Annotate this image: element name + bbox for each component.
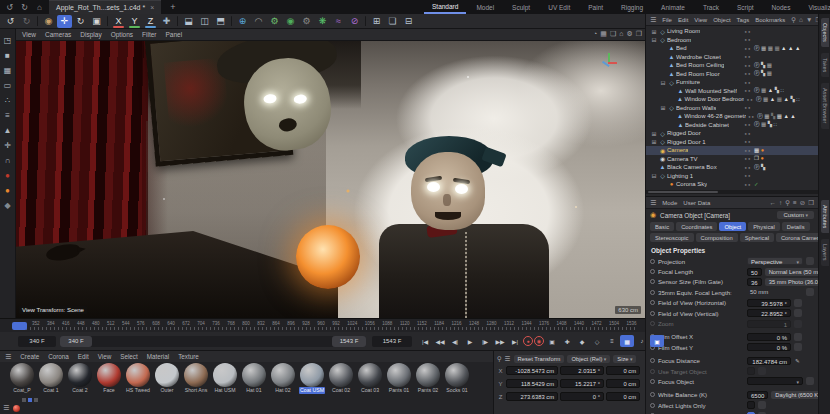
attribute-tab[interactable]: Object [719,222,746,231]
object-tree-row[interactable]: ⊟ ◇ Lighting 1 ●● [646,172,818,181]
object-tree-row[interactable]: ▲ Bed Room Floor ●● Ⓟ▚▦ [646,70,818,79]
tag-icon[interactable]: ▚ [790,97,794,103]
visibility-dots[interactable]: ●● [744,97,756,102]
object-tree-row[interactable]: ◉ Camera TV ●● ❐● [646,155,818,164]
material-menu[interactable]: Edit [78,353,89,360]
visibility-dots[interactable]: ●● [742,131,754,136]
visibility-dots[interactable]: ●● [742,46,754,51]
position-field[interactable]: 118.5429 cm [506,379,558,388]
keyframe-dot[interactable] [650,290,655,295]
interactive-region-icon[interactable]: ◠ [251,15,266,28]
new-tab-button[interactable]: + [165,2,180,12]
add-keyframe-button[interactable]: ✚ [560,335,574,347]
attribute-tab[interactable]: Stereoscopic [650,233,694,242]
object-manager-scrollbar[interactable] [646,190,818,194]
tag-icon[interactable]: ▚ [768,122,772,128]
tag-icon[interactable]: ∷ [780,88,784,94]
visibility-dots[interactable]: ●● [742,182,754,187]
material-item[interactable]: HS Tweed [124,362,152,396]
visibility-dots[interactable]: ●● [742,54,754,59]
attribute-tab[interactable]: Details [782,222,810,231]
object-tree-row[interactable]: ▲ Wall Mounted Shelf ●● Ⓟ▦▲▚∷ [646,87,818,96]
visibility-dots[interactable]: ●● [742,165,754,170]
object-tree-row[interactable]: ▲ Bed Room Ceiling ●● Ⓟ▚▦ [646,61,818,70]
attribute-value-field[interactable]: 22.8952 ° [747,309,791,317]
layout-tab[interactable]: Script [729,2,762,13]
tag-icon[interactable]: ∷ [773,122,777,128]
viewport-menu[interactable]: Panel [166,31,183,38]
object-tree-row[interactable]: ▲ Black Camera Box ●● Ⓟ▚ [646,163,818,172]
attribute-value-field[interactable]: Perspective [747,257,803,265]
tag-icon[interactable]: ▚ [761,63,765,69]
visibility-dots[interactable]: ●● [742,63,754,68]
object-tree-row[interactable]: ⊞ ◇ Bedroom Walls ●● [646,104,818,113]
tag-icon[interactable]: ❐ [754,156,759,162]
object-tree-row[interactable]: ▲ Window 46-28 geometry ●● Ⓟ▦▚▦▲▲ [646,112,818,121]
pager-dot[interactable] [34,398,38,402]
z-axis-lock-icon[interactable]: Z [143,15,158,28]
material-item[interactable]: Socks 01 [443,362,471,396]
tag-icon[interactable]: ▲ [795,46,800,52]
settings-gear-icon[interactable]: ⚙ [626,30,632,38]
grid-icon[interactable]: ▦ [600,30,607,38]
attribute-value-field[interactable]: 1 [747,320,791,328]
object-manager-menu[interactable]: Edit [678,17,688,23]
visibility-dots[interactable]: ●● [742,105,754,110]
material-item[interactable]: Coat_P [8,362,36,396]
viewport-menu[interactable]: View [22,31,36,38]
side-tab[interactable]: Attributes [821,200,829,233]
visibility-dots[interactable]: ●● [742,122,754,127]
attribute-value-field[interactable] [747,401,755,409]
solo-dot-icon[interactable]: ● [5,187,10,195]
attribute-tab[interactable]: Spherical [740,233,774,242]
camera-view-icon[interactable]: ◔ [593,30,597,38]
undo-icon[interactable]: ↺ [3,15,18,28]
viewport-menu[interactable]: Options [111,31,133,38]
tag-icon[interactable]: ▦ [767,63,772,69]
edges-mode-icon[interactable]: ≡ [5,112,10,120]
next-frame-button[interactable]: |▶ [478,335,492,347]
layout-tab[interactable]: Model [468,2,502,13]
close-tab-icon[interactable]: × [150,4,154,11]
tag-icon[interactable]: ▦ [777,97,782,103]
tag-icon[interactable]: ▚ [771,114,775,120]
layout-tab[interactable]: Animate [653,2,693,13]
record-button[interactable]: ● [523,336,533,346]
current-frame-marker[interactable] [12,322,27,330]
extrude-icon[interactable]: ❏ [385,15,400,28]
layout-tab[interactable]: Visualize [800,2,830,13]
object-tree-row[interactable]: ● Corona Sky ●● ✓ [646,180,818,189]
coordinate-mode-dropdown[interactable]: Object (Rel) [567,355,610,363]
viewport-menu[interactable]: Filter [142,31,156,38]
tag-icon[interactable]: ▦ [768,46,773,52]
polygons-mode-icon[interactable]: ▲ [4,127,12,135]
split-panel-icon[interactable]: ❐ [636,30,642,38]
keyframe-dot[interactable] [650,321,655,326]
side-tab[interactable]: Asset Browser [821,83,829,128]
visibility-dots[interactable]: ●● [742,173,754,178]
green-gear-icon[interactable]: ⚙ [267,15,282,28]
filter-icon[interactable]: ≡ [793,199,797,207]
attribute-extra-field[interactable]: Daylight (6500 K) [771,391,824,399]
solo-toggle-button[interactable]: ▣ [650,335,664,347]
prev-frame-button[interactable]: ◀| [448,335,462,347]
play-button[interactable]: ▶ [463,335,477,347]
live-selection-tool-icon[interactable]: ◉ [41,15,56,28]
misc-tool-icon[interactable]: ◆ [4,202,10,210]
material-menu[interactable]: View [98,353,112,360]
attribute-value-field[interactable]: 0 % [747,333,791,341]
size-field[interactable]: 0 cm [606,392,640,401]
attribute-extra-field[interactable] [794,333,802,341]
keyframe-dot[interactable] [650,392,655,397]
search-icon[interactable]: ⚲ [785,199,790,207]
attribute-extra-field[interactable] [806,288,814,296]
tag-icon[interactable]: ▲ [783,114,788,120]
attribute-value-field[interactable] [747,367,755,375]
attribute-extra-field[interactable] [794,320,802,328]
move-tool-icon[interactable]: ✛ [57,15,72,28]
burger-menu-icon[interactable]: ☰ [505,355,511,363]
material-item[interactable]: Hat 02 [269,362,297,396]
attribute-extra-field[interactable] [794,309,802,317]
tag-icon[interactable]: Ⓟ [754,122,760,128]
visibility-dots[interactable]: ●● [742,156,754,161]
